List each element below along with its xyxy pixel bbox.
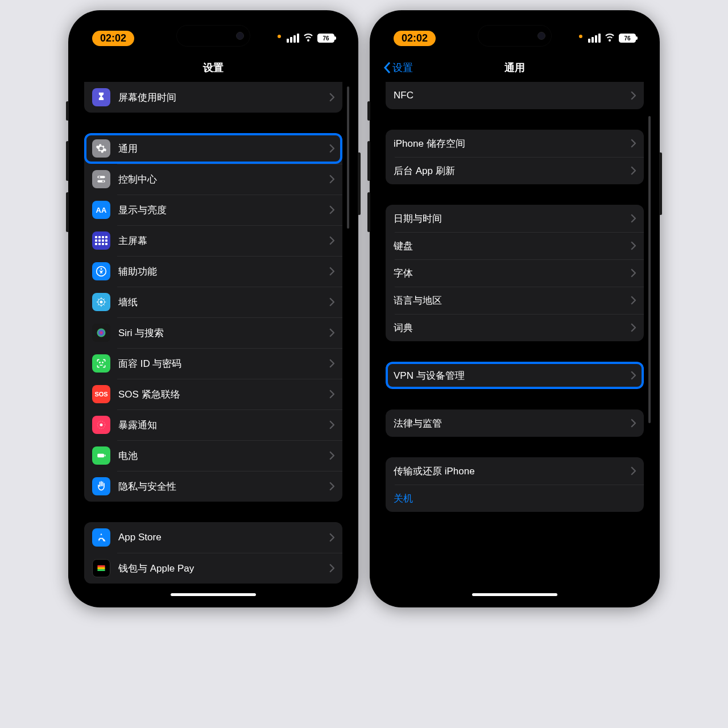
row-language-region[interactable]: 语言与地区	[386, 287, 644, 314]
scroll-indicator[interactable]	[648, 116, 651, 423]
svg-point-3	[102, 180, 104, 182]
group-transfer: 传输或还原 iPhone 关机	[386, 457, 644, 512]
row-label: 钱包与 Apple Pay	[118, 562, 194, 575]
chevron-right-icon	[329, 451, 334, 460]
row-label: 面容 ID 与密码	[118, 357, 181, 370]
row-appstore[interactable]: App Store	[84, 522, 342, 553]
row-label: 后台 App 刷新	[394, 164, 455, 177]
home-indicator[interactable]	[472, 593, 557, 596]
back-button[interactable]: 设置	[383, 61, 413, 75]
row-background-refresh[interactable]: 后台 App 刷新	[386, 157, 644, 184]
row-faceid[interactable]: 面容 ID 与密码	[84, 348, 342, 379]
row-label: 词典	[394, 321, 413, 334]
row-privacy[interactable]: 隐私与安全性	[84, 471, 342, 502]
row-screen-time[interactable]: 屏幕使用时间	[84, 82, 342, 113]
screen-right: 02:02 76 设置 通用 NFC	[377, 17, 653, 601]
status-right: 76	[278, 34, 334, 43]
mic-indicator-icon	[278, 35, 281, 38]
page-title: 设置	[203, 61, 224, 75]
row-wallpaper[interactable]: 墙纸	[84, 287, 342, 317]
sos-icon: SOS	[92, 385, 110, 403]
chevron-right-icon	[329, 175, 334, 184]
row-exposure[interactable]: 暴露通知	[84, 410, 342, 440]
row-display[interactable]: AA 显示与亮度	[84, 195, 342, 225]
chevron-right-icon	[329, 359, 334, 368]
home-indicator[interactable]	[171, 593, 256, 596]
chevron-right-icon	[329, 236, 334, 245]
chevron-right-icon	[631, 91, 636, 100]
row-label: 控制中心	[118, 173, 157, 186]
chevron-right-icon	[631, 466, 636, 475]
row-keyboard[interactable]: 键盘	[386, 232, 644, 259]
hourglass-icon	[92, 88, 110, 106]
status-time[interactable]: 02:02	[394, 31, 436, 46]
row-sos[interactable]: SOS SOS 紧急联络	[84, 379, 342, 410]
row-nfc[interactable]: NFC	[386, 82, 644, 109]
row-label: iPhone 储存空间	[394, 137, 465, 150]
row-label: 日期与时间	[394, 212, 442, 225]
row-date-time[interactable]: 日期与时间	[386, 205, 644, 232]
group-store-block: App Store 钱包与 Apple Pay	[84, 522, 342, 584]
chevron-right-icon	[631, 296, 636, 305]
phone-right: 02:02 76 设置 通用 NFC	[370, 10, 660, 607]
chevron-right-icon	[631, 214, 636, 223]
status-time[interactable]: 02:02	[92, 31, 134, 46]
svg-point-5	[101, 268, 102, 270]
ringer-switch	[66, 101, 69, 121]
svg-point-7	[100, 301, 103, 304]
row-label: App Store	[118, 532, 162, 543]
chevron-right-icon	[631, 241, 636, 250]
row-label: SOS 紧急联络	[118, 388, 180, 401]
chevron-right-icon	[329, 390, 334, 399]
group-storage: iPhone 储存空间 后台 App 刷新	[386, 130, 644, 184]
row-wallet[interactable]: 钱包与 Apple Pay	[84, 553, 342, 584]
volume-up	[367, 141, 370, 181]
svg-rect-17	[97, 569, 105, 571]
cellular-icon	[588, 34, 601, 43]
row-general[interactable]: 通用	[84, 133, 342, 164]
scroll-indicator[interactable]	[347, 86, 349, 229]
row-iphone-storage[interactable]: iPhone 储存空间	[386, 130, 644, 157]
row-home-screen[interactable]: 主屏幕	[84, 225, 342, 256]
row-vpn-device-management[interactable]: VPN 与设备管理	[386, 362, 644, 389]
row-battery[interactable]: 电池	[84, 440, 342, 471]
row-control-center[interactable]: 控制中心	[84, 164, 342, 195]
group-general-block: 通用 控制中心 AA 显示与亮度 主屏幕	[84, 133, 342, 502]
battery-icon: 76	[619, 34, 636, 43]
appstore-icon	[92, 528, 110, 547]
row-accessibility[interactable]: 辅助功能	[84, 256, 342, 287]
row-siri[interactable]: Siri 与搜索	[84, 317, 342, 348]
row-label: 显示与亮度	[118, 204, 167, 217]
chevron-right-icon	[631, 166, 636, 175]
mic-indicator-icon	[579, 35, 582, 38]
row-legal[interactable]: 法律与监管	[386, 410, 644, 437]
textsize-icon: AA	[92, 201, 110, 219]
camera-icon	[236, 32, 244, 40]
row-label: 键盘	[394, 239, 413, 253]
row-label: 关机	[394, 492, 413, 505]
row-shutdown[interactable]: 关机	[386, 485, 644, 512]
group-vpn: VPN 与设备管理	[386, 362, 644, 389]
chevron-right-icon	[631, 419, 636, 428]
row-fonts[interactable]: 字体	[386, 259, 644, 287]
svg-point-2	[98, 176, 100, 178]
svg-rect-13	[97, 454, 104, 458]
chevron-right-icon	[631, 371, 636, 380]
settings-list[interactable]: 屏幕使用时间 通用 控制中心 AA 显示与亮度	[75, 82, 351, 601]
row-dictionary[interactable]: 词典	[386, 314, 644, 341]
row-label: 屏幕使用时间	[118, 91, 176, 104]
status-right: 76	[579, 34, 636, 43]
accessibility-icon	[92, 262, 110, 280]
hand-icon	[92, 477, 110, 495]
row-label: 字体	[394, 267, 413, 280]
siri-icon	[92, 324, 110, 342]
row-label: NFC	[394, 90, 413, 101]
appgrid-icon	[92, 231, 110, 250]
screen-left: 02:02 76 设置 屏幕使用时间	[75, 17, 351, 601]
chevron-right-icon	[329, 267, 334, 276]
row-label: 暴露通知	[118, 419, 157, 432]
general-list[interactable]: NFC iPhone 储存空间 后台 App 刷新 日期与时间	[377, 82, 653, 601]
row-label: 电池	[118, 449, 138, 462]
row-transfer-restore[interactable]: 传输或还原 iPhone	[386, 457, 644, 485]
svg-point-9	[100, 362, 100, 363]
